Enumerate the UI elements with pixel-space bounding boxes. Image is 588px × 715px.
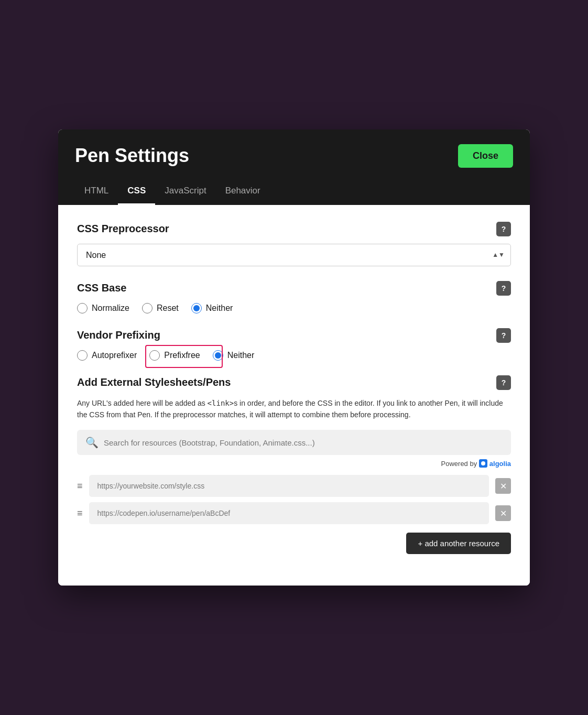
css-preprocessor-select-wrapper: None LESS SCSS Sass Stylus PostCSS ▲▼	[77, 244, 511, 266]
vendor-prefixfree-text: Prefixfree	[164, 351, 200, 360]
resource-search-input[interactable]	[104, 438, 503, 447]
tab-css[interactable]: CSS	[118, 178, 155, 205]
vendor-prefixing-section: Vendor Prefixing ? Autoprefixer Prefixfr…	[77, 328, 511, 361]
external-stylesheets-section: Add External Stylesheets/Pens ? Any URL'…	[77, 375, 511, 555]
resource-row: ≡ ✕	[77, 475, 511, 497]
vendor-prefixfree-label[interactable]: Prefixfree	[149, 350, 200, 361]
css-base-radio-group: Normalize Reset Neither	[77, 303, 511, 313]
css-base-neither-text: Neither	[206, 304, 233, 313]
modal-header: Pen Settings Close	[58, 129, 530, 178]
modal-title: Pen Settings	[75, 145, 189, 177]
vendor-prefixing-title: Vendor Prefixing	[77, 329, 160, 341]
css-base-neither-label[interactable]: Neither	[191, 303, 233, 313]
algolia-powered-by-text: Powered by	[441, 460, 477, 468]
resource-search-box: 🔍	[77, 430, 511, 455]
css-base-normalize-radio[interactable]	[77, 303, 88, 313]
close-button[interactable]: Close	[458, 144, 513, 168]
svg-point-0	[481, 461, 485, 465]
resource-url-input-1[interactable]	[89, 475, 489, 497]
remove-resource-1-button[interactable]: ✕	[495, 478, 511, 494]
css-preprocessor-select[interactable]: None LESS SCSS Sass Stylus PostCSS	[77, 244, 511, 266]
css-base-normalize-text: Normalize	[92, 304, 129, 313]
external-stylesheets-help-icon[interactable]: ?	[496, 375, 511, 390]
algolia-icon	[479, 459, 487, 468]
drag-handle-icon[interactable]: ≡	[77, 508, 83, 519]
css-preprocessor-header: CSS Preprocessor ?	[77, 222, 511, 236]
css-preprocessor-title: CSS Preprocessor	[77, 223, 169, 235]
resource-row: ≡ ✕	[77, 502, 511, 524]
css-base-help-icon[interactable]: ?	[496, 281, 511, 296]
css-base-reset-text: Reset	[157, 304, 179, 313]
algolia-credit: Powered by algolia	[77, 459, 511, 468]
vendor-prefixing-help-icon[interactable]: ?	[496, 328, 511, 343]
vendor-prefixfree-radio[interactable]	[149, 350, 160, 361]
css-preprocessor-help-icon[interactable]: ?	[496, 222, 511, 236]
vendor-neither-label[interactable]: Neither	[213, 350, 255, 361]
vendor-autoprefixer-radio[interactable]	[77, 350, 88, 361]
vendor-prefixing-radio-group: Autoprefixer Prefixfree Neither	[77, 350, 511, 361]
css-preprocessor-section: CSS Preprocessor ? None LESS SCSS Sass S…	[77, 222, 511, 266]
resource-url-input-2[interactable]	[89, 502, 489, 524]
pen-settings-modal: Pen Settings Close HTML CSS JavaScript B…	[58, 129, 530, 586]
modal-body: CSS Preprocessor ? None LESS SCSS Sass S…	[58, 205, 530, 586]
add-resource-row: + add another resource	[77, 533, 511, 554]
vendor-prefixing-header: Vendor Prefixing ?	[77, 328, 511, 343]
external-stylesheets-description: Any URL's added here will be added as <l…	[77, 397, 511, 421]
algolia-brand-text: algolia	[489, 460, 511, 468]
css-base-section: CSS Base ? Normalize Reset Neither	[77, 281, 511, 313]
css-base-neither-radio[interactable]	[191, 303, 202, 313]
css-base-normalize-label[interactable]: Normalize	[77, 303, 129, 313]
drag-handle-icon[interactable]: ≡	[77, 481, 83, 492]
external-stylesheets-title: Add External Stylesheets/Pens	[77, 376, 231, 388]
tab-javascript[interactable]: JavaScript	[155, 178, 215, 205]
add-resource-button[interactable]: + add another resource	[406, 533, 511, 554]
css-base-reset-radio[interactable]	[142, 303, 153, 313]
vendor-autoprefixer-label[interactable]: Autoprefixer	[77, 350, 137, 361]
css-base-title: CSS Base	[77, 282, 127, 294]
external-stylesheets-header: Add External Stylesheets/Pens ?	[77, 375, 511, 390]
vendor-neither-text: Neither	[227, 351, 255, 360]
tab-html[interactable]: HTML	[75, 178, 118, 205]
remove-resource-2-button[interactable]: ✕	[495, 505, 511, 521]
css-base-reset-label[interactable]: Reset	[142, 303, 179, 313]
algolia-logo: algolia	[479, 459, 511, 468]
vendor-neither-radio[interactable]	[213, 350, 223, 361]
css-base-header: CSS Base ?	[77, 281, 511, 296]
tab-behavior[interactable]: Behavior	[216, 178, 270, 205]
search-icon: 🔍	[85, 436, 99, 449]
tab-bar: HTML CSS JavaScript Behavior	[58, 178, 530, 205]
vendor-autoprefixer-text: Autoprefixer	[92, 351, 137, 360]
